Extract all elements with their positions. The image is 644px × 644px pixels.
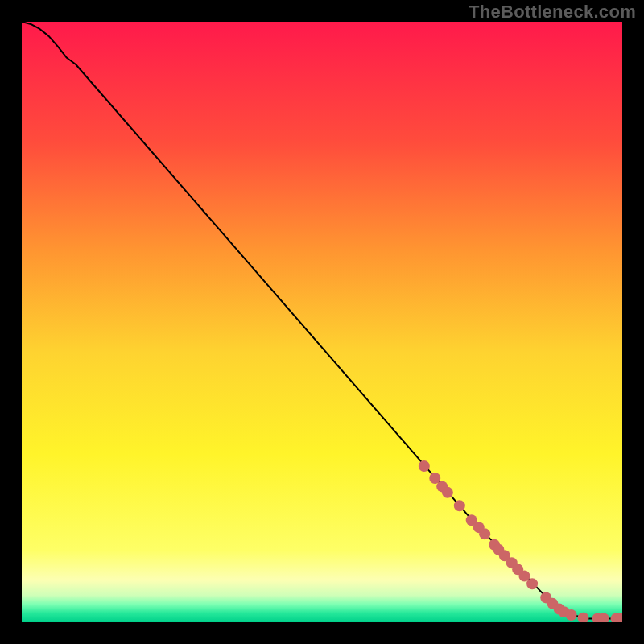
plot-background [22,22,622,622]
data-point [419,460,430,472]
watermark-label: TheBottleneck.com [469,2,636,23]
data-point [442,487,453,498]
chart-outer-frame: TheBottleneck.com [0,0,644,644]
data-point [566,609,577,621]
data-point [479,528,490,539]
chart-plot-area [22,22,622,622]
data-point [526,578,538,589]
data-point [454,500,465,511]
chart-svg [22,22,622,622]
